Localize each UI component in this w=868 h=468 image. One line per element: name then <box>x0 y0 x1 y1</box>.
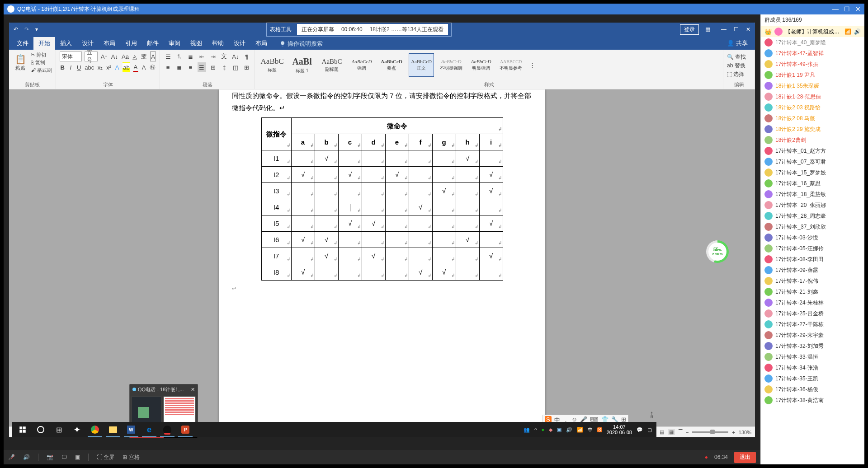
member-item[interactable]: 17计转本-09-薛露 <box>761 265 864 276</box>
member-item[interactable]: 18计嵌1 35朱琛媛 <box>761 80 864 91</box>
member-item[interactable]: 17计转本-47-孟智祥 <box>761 48 864 59</box>
subscript[interactable]: x₂ <box>97 62 104 72</box>
member-item[interactable]: 17计转本-03-沙悦 <box>761 232 864 243</box>
app-explorer[interactable] <box>104 422 122 437</box>
redo-button[interactable]: ↷ <box>24 26 29 33</box>
cut-button[interactable]: ✂ 剪切 <box>31 51 52 58</box>
align-center[interactable]: ≣ <box>175 62 184 72</box>
member-item[interactable]: 17计转本-38-黄浩南 <box>761 395 864 406</box>
member-item[interactable]: 17计转本-25-吕金桥 <box>761 308 864 319</box>
member-item[interactable]: 18计嵌2 03 祝路怡 <box>761 102 864 113</box>
app-qq[interactable] <box>158 422 176 437</box>
member-item[interactable]: 17计转本-05-汪娜伶 <box>761 243 864 254</box>
share-button[interactable]: 👤 共享 <box>722 37 752 50</box>
tab-insert[interactable]: 插入 <box>55 37 77 50</box>
close-button[interactable]: ✕ <box>855 5 861 13</box>
multilevel[interactable]: ≣ <box>186 51 195 61</box>
minimize-button[interactable]: — <box>832 5 839 13</box>
member-item[interactable]: 17计转本-24-朱桂林 <box>761 297 864 308</box>
member-item[interactable]: 17计转本-34-张浩 <box>761 362 864 373</box>
strike[interactable]: abc <box>85 62 94 72</box>
undo-button[interactable]: ↶ <box>14 26 18 33</box>
style-标题[interactable]: AaBbC标题 <box>259 53 285 77</box>
numbering[interactable]: ⒈ <box>175 51 184 61</box>
member-item[interactable]: 17计转本-29-宋宇豪 <box>761 330 864 341</box>
maximize-button[interactable]: ☐ <box>844 5 850 13</box>
shading[interactable]: ◫ <box>231 62 240 72</box>
paste-button[interactable]: 📋 粘贴 <box>13 52 28 73</box>
style-副标题[interactable]: AaBbC副标题 <box>319 53 344 77</box>
grow-font[interactable]: A↑ <box>100 51 108 61</box>
borders[interactable]: ⊞ <box>242 62 251 72</box>
member-item[interactable]: 17计转本-36-杨俊 <box>761 384 864 395</box>
asian-layout[interactable]: 文 <box>220 51 228 61</box>
member-item[interactable]: 17计转本-08-李田田 <box>761 254 864 265</box>
view-web[interactable]: ▔ <box>679 429 682 435</box>
zoom-value[interactable]: 130% <box>739 430 751 435</box>
font-name-select[interactable]: 宋体 <box>60 51 82 61</box>
tab-table-design[interactable]: 设计 <box>229 37 250 50</box>
show-marks[interactable]: ¶ <box>242 51 251 61</box>
member-item[interactable]: 17计转本-32-刘加秀 <box>761 341 864 351</box>
document-area[interactable]: 同性质的微命令。假设一条微指令的控制字段仅限为 7 位，请安排微指令的控制字段格… <box>9 89 755 426</box>
style-明显强调[interactable]: AaBbCcD明显强调 <box>468 53 494 77</box>
tab-table-layout[interactable]: 布局 <box>250 37 272 50</box>
member-item[interactable]: 17计转本-17-倪伟 <box>761 276 864 286</box>
tab-design[interactable]: 设计 <box>77 37 99 50</box>
align-right[interactable]: ≡ <box>186 62 195 72</box>
zoom-slider[interactable] <box>692 431 728 433</box>
monitor-icon[interactable]: ▣ <box>75 454 80 460</box>
member-item[interactable]: 17计转本_15_罗梦姣 <box>761 167 864 178</box>
align-justify[interactable]: ☰ <box>198 62 206 72</box>
cortana-button[interactable] <box>32 422 50 437</box>
qat-more[interactable]: ▾ <box>35 26 38 33</box>
style-标题 1[interactable]: AaBl标题 1 <box>289 53 315 77</box>
superscript[interactable]: x² <box>106 62 112 72</box>
char-shading[interactable]: A <box>141 62 146 72</box>
ribbon-options-icon[interactable]: ▦ <box>705 26 710 33</box>
member-item[interactable]: 18计嵌2 08 马薇 <box>761 113 864 124</box>
tab-layout[interactable]: 布局 <box>99 37 120 50</box>
view-read[interactable]: ▤ <box>660 429 664 435</box>
tab-review[interactable]: 审阅 <box>164 37 185 50</box>
align-distribute[interactable]: ⊞ <box>209 62 217 72</box>
member-item[interactable]: 17计转本_28_周志豪 <box>761 211 864 221</box>
member-item[interactable]: 17计转本_16_蔡思 <box>761 178 864 189</box>
zoom-in[interactable]: + <box>732 430 735 435</box>
phonetic[interactable]: 覂 <box>141 51 147 61</box>
member-item[interactable]: 17计转本_40_秦梦隆 <box>761 37 864 48</box>
member-item[interactable]: 18计嵌2 29 施奕成 <box>761 124 864 135</box>
word-close[interactable]: ✕ <box>746 26 750 33</box>
member-item[interactable]: 18计嵌1 19 尹凡 <box>761 70 864 80</box>
tab-file[interactable]: 文件 <box>12 37 33 50</box>
micro-table[interactable]: 微指令↲微命令↲a↲b↲c↲d↲e↲f↲g↲h↲i↲I1↲↲↲↲↲↲↲↲↲↲I2… <box>261 117 503 281</box>
bullets[interactable]: ☰ <box>164 51 172 61</box>
tab-mail[interactable]: 邮件 <box>142 37 164 50</box>
app-s[interactable]: ✦ <box>68 422 86 437</box>
tray-wechat-icon[interactable]: ● <box>541 427 544 432</box>
camera-off-icon[interactable]: 📷̸ <box>47 454 53 460</box>
taskview-button[interactable]: ⊞ <box>50 422 68 437</box>
font-size-select[interactable]: 五号 <box>85 51 98 61</box>
select-button[interactable]: ⬚ 选择 <box>727 70 751 78</box>
member-item[interactable]: 17计转本-21-刘鑫 <box>761 286 864 297</box>
member-item[interactable]: 18计嵌2曹剑 <box>761 135 864 145</box>
app-powerpoint[interactable]: P <box>176 422 194 437</box>
tray-action-center-icon[interactable]: 💬 <box>637 427 643 433</box>
tray-notif-icon[interactable]: ▢ <box>647 427 652 433</box>
copy-button[interactable]: ⎘ 复制 <box>31 59 52 66</box>
tray-chevron-icon[interactable]: ^ <box>534 427 537 432</box>
italic[interactable]: I <box>68 62 73 72</box>
word-restore[interactable]: ☐ <box>734 26 739 33</box>
exit-button[interactable]: 退出 <box>734 452 756 463</box>
fullscreen-button[interactable]: ⛶ 全屏 <box>97 454 114 461</box>
clear-format[interactable]: ◬ <box>132 51 138 61</box>
login-button[interactable]: 登录 <box>680 24 699 35</box>
member-item[interactable]: 17计转本_07_秦可君 <box>761 156 864 167</box>
change-case[interactable]: Aa <box>121 51 129 61</box>
tray-app1-icon[interactable]: ◆ <box>549 427 552 433</box>
member-item[interactable]: 17计转本-27-干陈栋 <box>761 319 864 330</box>
replace-button[interactable]: ab 替换 <box>727 62 751 70</box>
find-button[interactable]: 🔍 查找 <box>727 53 751 61</box>
word-minimize[interactable]: — <box>721 26 726 33</box>
